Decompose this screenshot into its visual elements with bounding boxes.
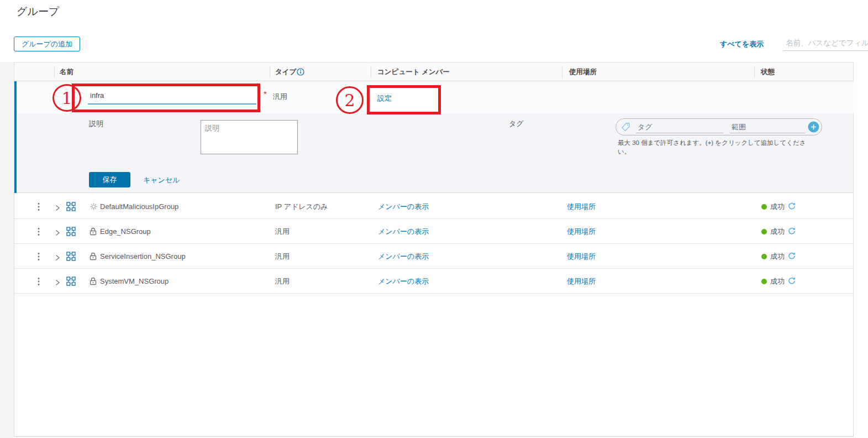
refresh-icon[interactable] xyxy=(788,227,796,237)
edit-row-type-value: 汎用 xyxy=(273,92,287,102)
expand-chevron-icon[interactable] xyxy=(55,204,60,213)
malicious-ip-icon xyxy=(90,202,98,213)
refresh-icon[interactable] xyxy=(788,277,796,287)
header-type: タイプ xyxy=(275,62,296,81)
tag-label: タグ xyxy=(509,119,524,129)
page-title: グループ xyxy=(17,4,59,19)
column-divider xyxy=(54,66,55,78)
table-row: Edge_NSGroup 汎用 メンバーの表示 使用場所 成功 xyxy=(14,219,853,244)
status-dot xyxy=(761,229,767,234)
group-icon xyxy=(66,202,76,213)
group-type: 汎用 xyxy=(275,269,290,294)
refresh-icon[interactable] xyxy=(788,252,796,262)
status-text: 成功 xyxy=(770,219,785,244)
table-row: ServiceInsertion_NSGroup 汎用 メンバーの表示 使用場所… xyxy=(14,244,853,269)
status-text: 成功 xyxy=(770,269,785,294)
cancel-button[interactable]: キャンセル xyxy=(143,175,180,185)
row-menu-icon[interactable] xyxy=(38,252,40,263)
column-divider xyxy=(562,66,562,78)
header-name: 名前 xyxy=(60,62,73,81)
groups-table: 名前 タイプ コンピュート メンバー 使用場所 状態 1 * 汎用 2 設定 説… xyxy=(14,62,854,437)
group-name[interactable]: ServiceInsertion_NSGroup xyxy=(100,244,186,269)
tag-input-group xyxy=(616,118,822,135)
header-where-used: 使用場所 xyxy=(569,62,597,81)
group-name[interactable]: SystemVM_NSGroup xyxy=(100,269,169,294)
group-icon xyxy=(66,252,76,263)
table-row: SystemVM_NSGroup 汎用 メンバーの表示 使用場所 成功 xyxy=(14,269,853,294)
group-type: 汎用 xyxy=(275,219,290,244)
view-members-link[interactable]: メンバーの表示 xyxy=(378,194,429,219)
annotation-number: 1 xyxy=(61,88,72,108)
annotation-circle-1: 1 xyxy=(52,84,81,112)
view-members-link[interactable]: メンバーの表示 xyxy=(378,269,429,294)
save-button[interactable]: 保存 xyxy=(89,172,130,187)
tag-help-text: 最大 30 個まで許可されます。(+) をクリックして追加してください。 xyxy=(618,138,818,156)
status-dot xyxy=(761,204,767,210)
where-used-link[interactable]: 使用場所 xyxy=(567,269,596,294)
where-used-link[interactable]: 使用場所 xyxy=(567,219,596,244)
lock-icon xyxy=(90,252,97,263)
group-type: 汎用 xyxy=(275,244,290,269)
info-icon[interactable] xyxy=(297,68,304,78)
lock-icon xyxy=(90,227,97,238)
column-divider xyxy=(754,66,755,78)
required-marker: * xyxy=(264,89,267,98)
group-type: IP アドレスのみ xyxy=(275,194,328,219)
tag-input[interactable] xyxy=(636,121,723,133)
column-divider xyxy=(371,66,371,78)
annotation-number: 2 xyxy=(344,91,355,110)
status-text: 成功 xyxy=(770,194,785,219)
group-name-input[interactable] xyxy=(88,88,256,105)
table-row: DefaultMaliciousIpGroup IP アドレスのみ メンバーの表… xyxy=(14,194,853,219)
add-tag-button[interactable] xyxy=(808,121,819,133)
column-divider xyxy=(270,66,270,78)
table-header-row: 名前 タイプ コンピュート メンバー 使用場所 状態 xyxy=(14,62,853,81)
groups-page: グループ グループの追加 すべてを表示 名前 タイプ コンピュート メンバー 使… xyxy=(0,0,868,438)
expand-chevron-icon[interactable] xyxy=(55,278,60,288)
status-dot xyxy=(761,254,767,259)
tag-icon xyxy=(621,122,630,134)
view-members-link[interactable]: メンバーの表示 xyxy=(378,219,429,244)
annotation-circle-2: 2 xyxy=(336,86,364,114)
view-members-link[interactable]: メンバーの表示 xyxy=(378,244,429,269)
group-icon xyxy=(66,277,76,288)
edit-row-accent-bar xyxy=(14,81,17,193)
add-group-button[interactable]: グループの追加 xyxy=(14,36,80,51)
where-used-link[interactable]: 使用場所 xyxy=(567,194,596,219)
status-text: 成功 xyxy=(770,244,785,269)
where-used-link[interactable]: 使用場所 xyxy=(567,244,596,269)
lock-icon xyxy=(90,277,97,288)
show-all-link[interactable]: すべてを表示 xyxy=(720,39,764,49)
row-menu-icon[interactable] xyxy=(38,227,40,238)
group-icon xyxy=(66,227,76,238)
group-name[interactable]: Edge_NSGroup xyxy=(100,219,151,244)
row-menu-icon[interactable] xyxy=(38,202,40,213)
expand-chevron-icon[interactable] xyxy=(55,228,60,238)
filter-input[interactable] xyxy=(783,36,868,51)
header-status: 状態 xyxy=(761,62,775,81)
expand-chevron-icon[interactable] xyxy=(55,253,60,263)
refresh-icon[interactable] xyxy=(788,202,796,212)
header-compute-members: コンピュート メンバー xyxy=(377,62,450,81)
scope-input[interactable] xyxy=(730,121,805,133)
set-members-link[interactable]: 設定 xyxy=(377,93,392,103)
description-label: 説明 xyxy=(89,119,103,129)
row-menu-icon[interactable] xyxy=(38,277,40,288)
left-gutter xyxy=(0,62,14,438)
status-dot xyxy=(761,279,767,284)
description-textarea[interactable] xyxy=(201,120,298,154)
group-name[interactable]: DefaultMaliciousIpGroup xyxy=(100,194,178,219)
